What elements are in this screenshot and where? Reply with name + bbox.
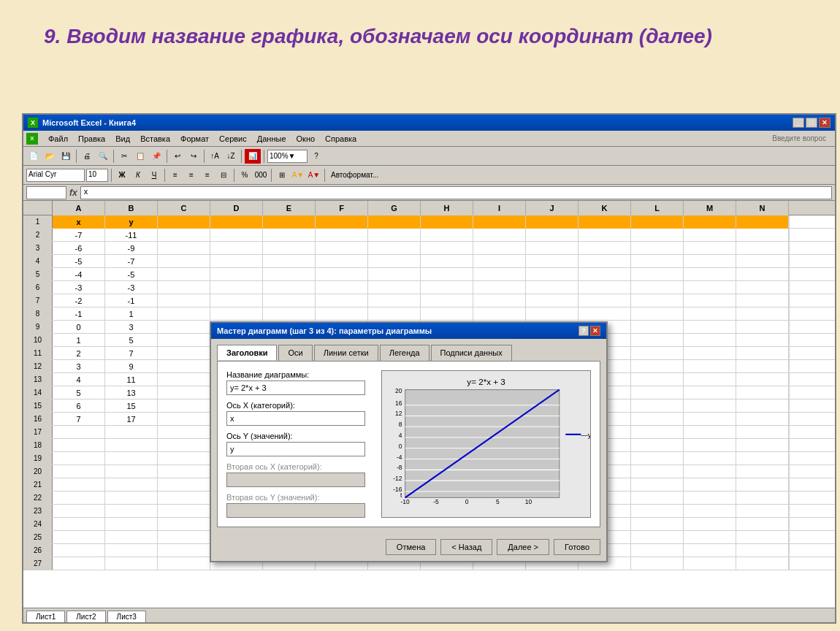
cell-j8[interactable]	[526, 307, 579, 321]
percent-icon[interactable]: 000	[253, 168, 268, 183]
cell-f5[interactable]	[316, 268, 368, 281]
cell-m27[interactable]	[684, 557, 736, 570]
formula-input[interactable]: x	[80, 186, 832, 199]
cell-k7[interactable]	[579, 294, 631, 307]
cell-c3[interactable]	[158, 242, 210, 255]
tab-axes[interactable]: Оси	[278, 345, 312, 361]
cell-h7[interactable]	[421, 294, 473, 307]
cell-c1[interactable]	[158, 215, 210, 229]
cell-c22[interactable]	[158, 492, 210, 505]
cell-c7[interactable]	[158, 294, 210, 307]
cell-m8[interactable]	[684, 307, 736, 321]
cell-c10[interactable]	[158, 334, 210, 347]
cell-m6[interactable]	[684, 281, 736, 294]
cell-a15[interactable]: 6	[53, 399, 105, 413]
cell-a2[interactable]: -7	[53, 229, 105, 242]
cell-h5[interactable]	[421, 268, 473, 281]
cell-e8[interactable]	[263, 307, 316, 321]
cell-l12[interactable]	[631, 360, 684, 373]
menu-tools[interactable]: Сервис	[215, 133, 251, 145]
cell-a12[interactable]: 3	[53, 360, 105, 373]
menu-format[interactable]: Формат	[176, 133, 213, 145]
cell-l7[interactable]	[631, 294, 684, 307]
cell-n19[interactable]	[736, 452, 789, 465]
cell-n12[interactable]	[736, 360, 789, 373]
cell-undefined1[interactable]	[789, 215, 790, 229]
cell-l27[interactable]	[631, 557, 684, 570]
cell-e5[interactable]	[263, 268, 316, 281]
cell-k1[interactable]	[579, 215, 631, 229]
cell-a18[interactable]	[53, 439, 105, 452]
cell-h4[interactable]	[421, 255, 473, 268]
cell-undefined26[interactable]	[789, 544, 790, 557]
paste-icon[interactable]: 📌	[149, 149, 164, 164]
cell-undefined2[interactable]	[789, 229, 790, 242]
align-right-icon[interactable]: ≡	[200, 168, 215, 183]
tab-data-labels[interactable]: Подписи данных	[431, 345, 512, 361]
cell-m17[interactable]	[684, 426, 736, 439]
cell-g7[interactable]	[368, 294, 421, 307]
cell-undefined12[interactable]	[789, 360, 790, 373]
cell-m22[interactable]	[684, 492, 736, 505]
cell-g6[interactable]	[368, 281, 421, 294]
cell-a3[interactable]: -6	[53, 242, 105, 255]
cell-undefined25[interactable]	[789, 531, 790, 544]
cell-g5[interactable]	[368, 268, 421, 281]
cell-l17[interactable]	[631, 426, 684, 439]
cell-n23[interactable]	[736, 505, 789, 518]
cell-b14[interactable]: 13	[105, 386, 158, 399]
cell-f4[interactable]	[316, 255, 368, 268]
menu-window[interactable]: Окно	[292, 133, 320, 145]
cell-l14[interactable]	[631, 386, 684, 399]
cell-m7[interactable]	[684, 294, 736, 307]
undo-icon[interactable]: ↩	[170, 149, 185, 164]
menu-data[interactable]: Данные	[253, 133, 291, 145]
cell-j6[interactable]	[526, 281, 579, 294]
cell-m21[interactable]	[684, 478, 736, 492]
close-button[interactable]: ✕	[819, 118, 831, 128]
next-button[interactable]: Далее >	[497, 539, 549, 555]
cell-c5[interactable]	[158, 268, 210, 281]
tab-legend[interactable]: Легенда	[380, 345, 429, 361]
cell-l11[interactable]	[631, 347, 684, 360]
cell-e7[interactable]	[263, 294, 316, 307]
cell-d8[interactable]	[210, 307, 263, 321]
cell-b23[interactable]	[105, 505, 158, 518]
cell-b25[interactable]	[105, 531, 158, 544]
cell-undefined11[interactable]	[789, 347, 790, 360]
cell-c11[interactable]	[158, 347, 210, 360]
cell-n22[interactable]	[736, 492, 789, 505]
cell-i2[interactable]	[473, 229, 526, 242]
cell-h3[interactable]	[421, 242, 473, 255]
cell-m16[interactable]	[684, 413, 736, 426]
save-icon[interactable]: 💾	[58, 149, 73, 164]
cell-c21[interactable]	[158, 478, 210, 492]
cell-l15[interactable]	[631, 399, 684, 413]
cell-i5[interactable]	[473, 268, 526, 281]
cancel-button[interactable]: Отмена	[386, 539, 436, 555]
cell-j3[interactable]	[526, 242, 579, 255]
cell-l4[interactable]	[631, 255, 684, 268]
table-row[interactable]: 1 x y	[23, 215, 835, 229]
font-selector[interactable]: Arial Cyr	[26, 169, 85, 182]
cell-i4[interactable]	[473, 255, 526, 268]
cell-undefined9[interactable]	[789, 321, 790, 334]
cell-n24[interactable]	[736, 518, 789, 531]
menu-edit[interactable]: Правка	[74, 133, 110, 145]
cell-h1[interactable]	[421, 215, 473, 229]
cell-c20[interactable]	[158, 465, 210, 478]
cell-e2[interactable]	[263, 229, 316, 242]
cell-b26[interactable]	[105, 544, 158, 557]
cell-a25[interactable]	[53, 531, 105, 544]
cell-a10[interactable]: 1	[53, 334, 105, 347]
cell-l22[interactable]	[631, 492, 684, 505]
cell-l10[interactable]	[631, 334, 684, 347]
cell-undefined16[interactable]	[789, 413, 790, 426]
cell-undefined15[interactable]	[789, 399, 790, 413]
cell-undefined27[interactable]	[789, 557, 790, 570]
table-row[interactable]: 4 -5 -7	[23, 255, 835, 268]
cell-l20[interactable]	[631, 465, 684, 478]
cell-j4[interactable]	[526, 255, 579, 268]
cell-a24[interactable]	[53, 518, 105, 531]
axis-y-input[interactable]	[226, 442, 365, 456]
